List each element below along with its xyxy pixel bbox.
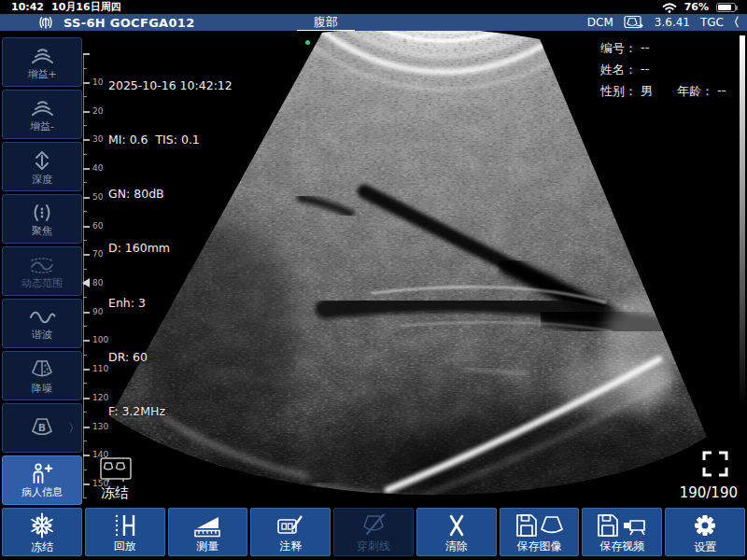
ruler-tick-label: 10 — [92, 77, 103, 87]
measure-button[interactable]: 测量 — [168, 508, 248, 556]
freeze-status-text: 冻结 — [101, 484, 129, 502]
bottom-toolbar: 冻结 回放 测量 — [0, 508, 747, 556]
ios-status-bar: 10:42 10月16日周四 76% — [0, 0, 747, 14]
toolbar-item-label: 测量 — [196, 540, 218, 552]
ruler-tick — [83, 96, 87, 97]
sidebar-item-noise-reduction[interactable]: 降噪 — [2, 351, 82, 400]
ruler-tick — [83, 211, 87, 212]
ruler-tick-label: 100 — [92, 335, 108, 344]
patient-age-value: -- — [717, 83, 726, 97]
imaging-area: 增益+ 增益- 深度 — [0, 31, 747, 508]
ruler-tick — [83, 182, 87, 183]
playback-button[interactable]: 回放 — [85, 508, 165, 556]
sidebar-item-label: 增益- — [30, 121, 54, 132]
patient-info-overlay: 编号： -- 姓名： -- 性别： 男 年龄： -- — [600, 40, 726, 105]
ruler-tick-label: 120 — [92, 393, 108, 402]
ruler-tick — [83, 82, 90, 84]
sidebar-item-label: 深度 — [32, 175, 52, 185]
puncture-line-button[interactable]: 穿刺线 — [333, 508, 414, 556]
gain-minus-icon — [28, 98, 56, 119]
ruler-tick — [83, 383, 87, 384]
gear-icon — [692, 512, 718, 539]
title-bar: SS-6H GOCFGA012 腹部 DCM 3.6.41 TGC 〈 — [0, 14, 747, 31]
toolbar-item-label: 穿刺线 — [357, 540, 390, 552]
ruler-tick — [83, 326, 87, 327]
chevron-right-icon: 〉 — [68, 420, 80, 437]
harmonic-icon — [28, 308, 56, 327]
ruler-tick — [83, 154, 87, 155]
toolbar-item-label: 保存图像 — [517, 540, 562, 552]
sidebar-item-harmonic[interactable]: 谐波 — [2, 299, 82, 348]
ruler-tick — [83, 269, 87, 270]
imaging-parameters: 2025-10-16 10:42:12 MI: 0.6 TIS: 0.1 GN:… — [108, 40, 233, 456]
ruler-tick — [83, 497, 87, 498]
sidebar-item-gain-plus[interactable]: 增益+ — [2, 37, 82, 87]
toolbar-item-label: 清除 — [445, 540, 468, 552]
sidebar-item-dynamic-range[interactable]: 动态范围 — [2, 246, 82, 296]
exam-preset-tab[interactable]: 腹部 — [297, 14, 355, 31]
param-line: MI: 0.6 TIS: 0.1 — [108, 131, 233, 148]
ruler-tick — [83, 226, 90, 228]
software-version: 3.6.41 — [655, 16, 690, 29]
dcm-export-icon[interactable] — [624, 15, 644, 30]
focus-marker[interactable] — [82, 278, 90, 287]
ruler-tick-label: 80 — [92, 278, 103, 287]
sidebar: 增益+ 增益- 深度 — [2, 37, 82, 505]
acquisition-datetime: 2025-10-16 10:42:12 — [108, 77, 233, 94]
clock: 10:42 — [11, 1, 44, 13]
freeze-button[interactable]: 冻结 — [2, 508, 82, 556]
save-image-icon — [515, 513, 564, 538]
annotate-icon — [276, 513, 304, 538]
toolbar-item-label: 注释 — [279, 540, 302, 552]
date: 10月16日周四 — [51, 0, 121, 14]
patient-id-value: -- — [641, 40, 649, 54]
param-line: Enh: 3 — [108, 294, 233, 312]
ruler-tick — [83, 355, 87, 356]
settings-button[interactable]: 设置 — [665, 508, 745, 556]
dcm-label: DCM — [587, 16, 613, 29]
annotate-button[interactable]: 注释 — [250, 508, 331, 556]
ruler-tick — [83, 53, 90, 55]
patient-name-value: -- — [641, 62, 649, 76]
patient-id-label: 编号： — [600, 40, 637, 57]
ruler-tick — [83, 197, 90, 199]
save-video-icon — [597, 513, 647, 538]
ruler-tick — [83, 68, 87, 69]
fullscreen-icon[interactable] — [701, 450, 729, 478]
probe-orientation-marker — [305, 40, 310, 45]
sidebar-item-b-mode[interactable]: B 〉 — [2, 403, 82, 453]
sidebar-item-depth[interactable]: 深度 — [2, 142, 82, 191]
depth-ruler: 102030405060708090100110120130140150 — [83, 31, 111, 508]
patient-sex-value: 男 — [641, 83, 653, 100]
battery-percent: 76% — [684, 1, 709, 13]
tgc-button[interactable]: TGC 〈 — [700, 14, 740, 31]
sidebar-item-patient-info[interactable]: 病人信息 — [2, 455, 82, 505]
ruler-tick — [83, 398, 90, 399]
sidebar-item-label: 动态范围 — [21, 278, 63, 288]
sidebar-item-label: 病人信息 — [21, 487, 63, 497]
ruler-tick — [83, 369, 90, 371]
sidebar-item-focus[interactable]: 聚焦 — [2, 194, 82, 244]
save-video-button[interactable]: 保存视频 — [582, 508, 662, 556]
ruler-tick — [83, 455, 90, 456]
patient-name-label: 姓名： — [600, 62, 637, 78]
ruler-tick — [83, 312, 90, 314]
toolbar-item-label: 回放 — [114, 540, 136, 552]
save-image-button[interactable]: 保存图像 — [500, 508, 580, 556]
patient-sex-label: 性别： — [600, 83, 637, 100]
ultrasound-app: 10:42 10月16日周四 76% SS-6H GOCFGA012 腹部 DC… — [0, 0, 747, 560]
snowflake-icon — [29, 512, 55, 539]
param-line: D: 160mm — [108, 239, 233, 257]
device-name: SS-6H GOCFGA012 — [63, 16, 195, 30]
sidebar-item-label: 降噪 — [32, 384, 52, 394]
clear-x-icon — [444, 513, 469, 538]
puncture-line-icon — [359, 513, 388, 538]
cine-thumbnail-icon[interactable] — [100, 455, 132, 483]
toolbar-item-label: 设置 — [694, 541, 716, 553]
sidebar-item-gain-minus[interactable]: 增益- — [2, 90, 82, 139]
ruler-tick-label: 130 — [92, 421, 108, 430]
ruler-tick — [83, 125, 87, 126]
clear-button[interactable]: 清除 — [416, 508, 497, 556]
grayscale-ramp-bar — [740, 35, 745, 407]
ruler-tick-label: 90 — [92, 306, 103, 315]
